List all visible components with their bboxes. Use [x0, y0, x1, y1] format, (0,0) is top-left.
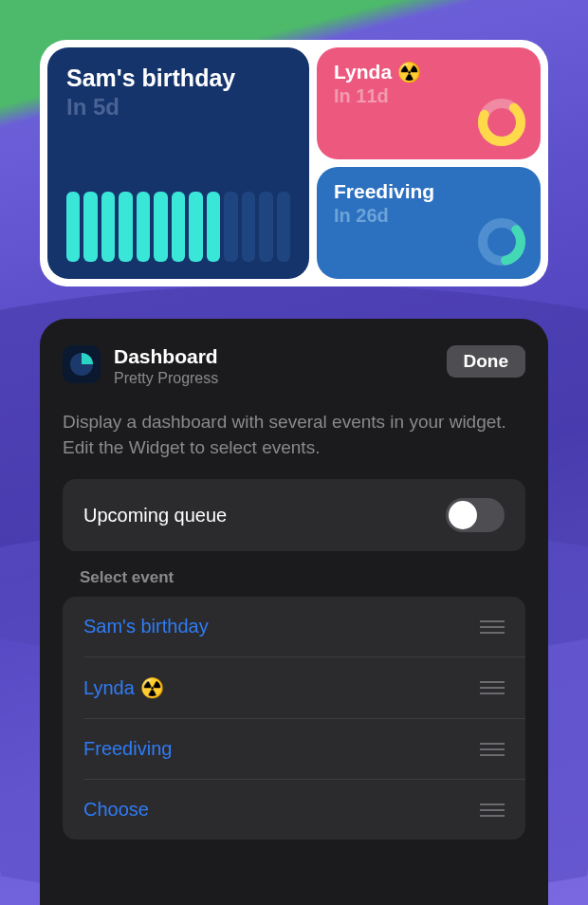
progress-bar-segment	[277, 192, 290, 262]
toggle-label: Upcoming queue	[83, 505, 227, 526]
progress-bar-segment	[66, 192, 80, 262]
panel-subtitle: Pretty Progress	[114, 370, 433, 387]
progress-bar-segment	[259, 192, 272, 262]
progress-ring-icon	[476, 216, 527, 268]
panel-title: Dashboard	[114, 345, 433, 368]
progress-bars	[66, 192, 290, 262]
event-row[interactable]: Sam's birthday	[63, 597, 525, 656]
event-list: Sam's birthdayLynda☢️FreedivingChoose	[63, 597, 525, 840]
drag-handle-icon[interactable]	[480, 803, 505, 817]
upcoming-queue-toggle[interactable]	[446, 498, 505, 532]
event-label: Lynda☢️	[83, 676, 164, 699]
drag-handle-icon[interactable]	[480, 743, 505, 756]
widget-countdown: In 5d	[66, 94, 290, 120]
progress-bar-segment	[242, 192, 255, 262]
progress-bar-segment	[224, 192, 237, 262]
widget-tile-sam[interactable]: Sam's birthday In 5d	[47, 47, 309, 279]
progress-bar-segment	[207, 192, 220, 262]
widget-title: Freediving	[334, 180, 524, 203]
progress-bar-segment	[137, 192, 150, 262]
event-row[interactable]: Freediving	[83, 718, 525, 779]
widget-settings-panel: Dashboard Pretty Progress Done Display a…	[40, 319, 548, 905]
progress-bar-segment	[154, 192, 167, 262]
event-row[interactable]: Lynda☢️	[83, 656, 525, 718]
radioactive-icon: ☢️	[397, 61, 421, 83]
done-button[interactable]: Done	[447, 345, 526, 378]
progress-bar-segment	[172, 192, 185, 262]
widget-title: Sam's birthday	[66, 65, 290, 92]
event-label: Choose	[83, 799, 149, 821]
drag-handle-icon[interactable]	[480, 681, 505, 694]
widget-tile-lynda[interactable]: Lynda ☢️ In 11d	[317, 47, 541, 159]
settings-description: Display a dashboard with several events …	[63, 410, 525, 460]
app-icon	[63, 345, 101, 383]
progress-bar-segment	[83, 192, 97, 262]
section-label: Select event	[80, 568, 525, 587]
event-row[interactable]: Choose	[83, 779, 525, 840]
progress-ring-icon	[476, 97, 527, 148]
event-label: Sam's birthday	[83, 616, 209, 637]
widget-preview: Sam's birthday In 5d Lynda ☢️ In 11d Fre…	[40, 40, 548, 286]
widget-tile-freediving[interactable]: Freediving In 26d	[317, 167, 541, 279]
drag-handle-icon[interactable]	[480, 620, 505, 634]
widget-title: Lynda ☢️	[334, 61, 524, 83]
event-label: Freediving	[83, 738, 172, 760]
radioactive-icon: ☢️	[140, 676, 164, 699]
progress-bar-segment	[119, 192, 132, 262]
upcoming-queue-row[interactable]: Upcoming queue	[63, 479, 525, 551]
progress-bar-segment	[189, 192, 202, 262]
progress-bar-segment	[101, 192, 115, 262]
